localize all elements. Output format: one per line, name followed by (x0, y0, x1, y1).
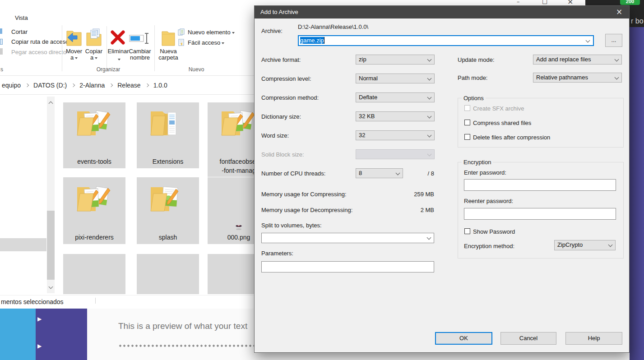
chevron-down-icon[interactable] (586, 38, 590, 43)
copy-to-button[interactable]: Copiar (83, 48, 105, 55)
file-tile[interactable] (63, 254, 125, 294)
compression-level-select[interactable]: Normal (356, 74, 435, 83)
new-item-icon (178, 28, 185, 37)
memory-decompress-value: 2 MB (382, 207, 434, 213)
compress-shared-checkbox[interactable] (464, 120, 470, 125)
chevron-down-icon (615, 57, 619, 62)
paste-shortcut-button[interactable]: Pegar acceso directo (11, 49, 66, 55)
chevron-right-icon (71, 83, 75, 87)
path-mode-label: Path mode: (458, 74, 488, 81)
options-title: Options (462, 95, 486, 102)
file-tile[interactable]: Extensions (137, 102, 199, 168)
field-label: Compression level: (261, 75, 311, 82)
scroll-up-icon[interactable] (49, 102, 53, 106)
chevron-down-icon (608, 243, 613, 247)
file-name: splash (137, 234, 199, 241)
minimize-button[interactable]: – (517, 0, 520, 5)
update-mode-select[interactable]: Add and replace files (533, 55, 622, 65)
chevron-down-icon (427, 114, 432, 119)
file-name: events-tools (63, 158, 125, 165)
chevron-down-icon (427, 76, 432, 81)
scrollbar-thumb[interactable] (47, 211, 55, 280)
archive-path: D:\2-Alanna\Release\1.0.0\ (298, 23, 368, 30)
rename-button[interactable]: Cambiar (128, 48, 152, 55)
new-folder-button[interactable]: Nueva (156, 48, 181, 55)
chevron-down-icon (118, 59, 120, 60)
screen: – □ × Vista Cortar Copiar ruta de acceso… (0, 0, 644, 360)
status-text: mentos seleccionados (1, 298, 64, 305)
parameters-label: Parameters: (261, 250, 293, 257)
new-group-label: Nuevo (176, 66, 217, 73)
status-badge: 200 (620, 0, 640, 5)
scroll-down-icon[interactable] (49, 285, 53, 289)
split-volumes-combobox[interactable] (261, 233, 434, 243)
ok-button[interactable]: OK (435, 332, 492, 345)
easy-access-icon (178, 39, 185, 47)
word-size-select[interactable]: 32 (356, 130, 435, 140)
cancel-button[interactable]: Cancel (500, 332, 556, 345)
help-button[interactable]: Help (565, 332, 622, 345)
nav-pane-selected-item[interactable] (0, 238, 46, 251)
reenter-password-label: Reenter password: (464, 198, 513, 204)
close-icon[interactable]: × (612, 6, 626, 18)
organize-group-label: Organizar (81, 66, 135, 73)
show-password-checkbox[interactable] (464, 228, 470, 234)
file-tile[interactable] (137, 254, 199, 294)
path-mode-select[interactable]: Relative pathnames (533, 73, 622, 83)
breadcrumb-item[interactable]: equipo (2, 82, 21, 89)
arrow-right-icon[interactable]: ▶ (37, 343, 42, 349)
file-name: Extensions (137, 158, 199, 165)
copy-to-dropdown[interactable]: a (83, 54, 105, 61)
enter-password-label: Enter password: (464, 169, 506, 176)
delete-button[interactable]: Eliminar (107, 48, 130, 55)
parameters-input[interactable] (261, 261, 434, 272)
move-to-button[interactable]: Mover (63, 48, 85, 55)
tab-vista[interactable]: Vista (15, 14, 28, 21)
scrollbar[interactable] (47, 97, 55, 293)
background-text-fragment: r bo (631, 17, 644, 25)
status-bar: mentos seleccionados (0, 295, 254, 305)
field-label: Solid Block size: (261, 151, 304, 158)
archive-label: Archive: (261, 28, 283, 34)
rename-icon (129, 32, 151, 46)
encryption-method-select[interactable]: ZipCrypto (554, 240, 616, 250)
breadcrumb-item[interactable]: 2-Alanna (79, 82, 105, 89)
folder-icon (146, 182, 189, 220)
delete-after-label: Delete files after compression (473, 134, 550, 141)
archive-name-combobox[interactable]: game.zip (298, 35, 594, 46)
easy-access-button[interactable]: Fácil acceso (188, 39, 224, 46)
add-to-archive-dialog: Add to Archive × Archive: D:\2-Alanna\Re… (254, 5, 630, 353)
archive-format-select[interactable]: zip (356, 55, 435, 65)
dictionary-size-select[interactable]: 32 KB (356, 111, 435, 121)
encryption-title: Encryption (462, 159, 493, 166)
browse-button[interactable]: ... (605, 34, 622, 47)
compression-method-select[interactable]: Deflate (356, 92, 435, 102)
new-item-button[interactable]: Nuevo elemento (188, 29, 235, 36)
cut-button[interactable]: Cortar (11, 28, 28, 35)
copy-path-button[interactable]: Copiar ruta de acceso (11, 38, 69, 45)
encryption-method-label: Encryption method: (464, 243, 514, 249)
rename-button-line2: nombre (128, 54, 152, 61)
dialog-titlebar[interactable]: Add to Archive × (255, 6, 629, 18)
address-bar[interactable]: equipo DATOS (D:) 2-Alanna Release 1.0.0 (0, 75, 254, 95)
reenter-password-input[interactable] (464, 208, 616, 220)
move-to-dropdown[interactable]: a (63, 54, 85, 61)
maximize-button[interactable]: □ (542, 0, 547, 5)
enter-password-input[interactable] (464, 179, 616, 191)
preview-dotted-line (118, 344, 254, 347)
file-tile[interactable]: pixi-renderers (63, 177, 125, 244)
cpu-threads-select[interactable]: 8 (356, 168, 403, 178)
delete-after-checkbox[interactable] (464, 134, 470, 140)
breadcrumb-item[interactable]: 1.0.0 (153, 82, 167, 89)
sfx-label: Create SFX archive (473, 105, 524, 112)
file-tile[interactable]: splash (137, 177, 199, 244)
file-tile[interactable]: events-tools (63, 102, 125, 168)
background-app-right: r bo (630, 6, 644, 27)
field-label: Word size: (261, 132, 289, 139)
update-mode-label: Update mode: (458, 56, 495, 63)
breadcrumb-item[interactable]: DATOS (D:) (33, 82, 67, 89)
arrow-right-icon[interactable]: ▶ (37, 316, 42, 322)
field-label: Dictionary size: (261, 113, 301, 120)
delete-dropdown[interactable] (107, 55, 130, 62)
breadcrumb-item[interactable]: Release (117, 82, 140, 89)
